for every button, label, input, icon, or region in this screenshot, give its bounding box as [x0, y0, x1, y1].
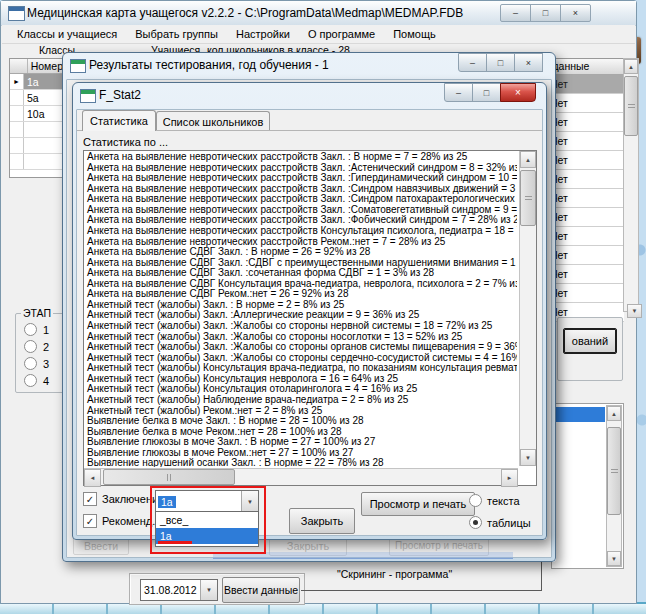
class-row[interactable]: 10а [10, 106, 66, 122]
stat-line: Анкета на выявление невротических расстр… [85, 215, 517, 226]
menu-item[interactable]: О программе [299, 26, 384, 42]
form-icon [70, 59, 86, 73]
stat-line: Анкета на выявление невротических расстр… [85, 152, 517, 163]
row-marker-icon: ► [10, 74, 24, 89]
menu-item[interactable]: Классы и учащиеся [8, 26, 126, 42]
scroll-up-icon[interactable]: ▲ [520, 151, 536, 168]
right-listbox[interactable]: ▲ ▼ [551, 403, 624, 569]
stat-line: Анкетный тест (жалобы) Закл. :Жалобы со … [85, 321, 517, 332]
maximize-icon[interactable]: □ [486, 53, 515, 72]
stat-line: Анкета на выявление СДВГ Консультация вр… [85, 279, 517, 290]
right-listbox-selected-item[interactable] [554, 407, 605, 422]
class-row[interactable] [10, 138, 66, 154]
stat-line: Выявление глюкозы в моче Реком.:нет = 27… [85, 448, 517, 459]
stat-line: Анкета на выявление невротических расстр… [85, 194, 517, 205]
screen: Медицинская карта учащегося v2.2.2 - C:\… [0, 0, 646, 614]
radio-icon[interactable] [469, 494, 482, 507]
close-icon[interactable]: × [514, 53, 543, 72]
row-marker-empty [10, 138, 24, 153]
faint-link-text [213, 552, 513, 559]
class-row[interactable]: ►1а [10, 74, 66, 90]
stat-line: Анкета на выявление СДВГ Закл. :сочетанн… [85, 268, 517, 279]
stat-scrollbar-thumb-v[interactable] [520, 170, 536, 226]
date-value: 31.08.2012 [141, 584, 197, 596]
class-combobox-dropdown[interactable]: _все_1а [155, 511, 259, 547]
class-row[interactable]: 5а [10, 90, 66, 106]
class-combobox[interactable]: 1а ▼ [155, 490, 259, 513]
data-grid-scrollbar-thumb[interactable] [624, 76, 638, 136]
right-listbox-scrollbar-thumb[interactable] [607, 427, 621, 515]
results-window-title: Результаты тестирования, год обучения - … [89, 58, 329, 72]
class-row-label: 5а [24, 92, 66, 104]
dropdown-option[interactable]: _все_ [156, 512, 258, 528]
row-marker-empty [10, 90, 24, 105]
scroll-up-icon[interactable]: ▲ [624, 59, 638, 74]
radio-selected-icon[interactable] [469, 516, 482, 529]
class-row[interactable] [10, 154, 66, 170]
radio-table-option[interactable]: таблицы [469, 516, 531, 529]
tab-school-list[interactable]: Список школьников [156, 111, 270, 131]
radio-icon[interactable] [24, 374, 37, 387]
radio-icon[interactable] [24, 357, 37, 370]
scroll-down-icon[interactable]: ▼ [520, 449, 536, 466]
stat-close-button[interactable]: Закрыть [289, 508, 355, 534]
stat-line: Анкетный тест (жалобы) Закл. : В норме =… [85, 300, 517, 311]
maximize-icon[interactable]: □ [530, 4, 561, 22]
statistics-subtitle: Статистика по ... [83, 136, 168, 148]
maximize-icon[interactable]: □ [472, 83, 501, 102]
etap-radio-label: 2 [43, 341, 49, 353]
tab-statistics[interactable]: Статистика [82, 110, 156, 131]
stat-line: Анкетный тест (жалобы) Закл. :Жалобы со … [85, 353, 517, 364]
stat-line: Выявление белка в моче Закл. : В норме =… [85, 416, 517, 427]
row-marker-empty [10, 122, 24, 137]
row-marker-empty [10, 154, 24, 169]
menu-item[interactable]: Помощь [384, 26, 445, 42]
partial-examinations-button[interactable]: ований [563, 328, 617, 354]
chevron-down-icon[interactable]: ▼ [200, 580, 217, 600]
minimize-icon[interactable]: – [444, 83, 473, 102]
data-grid-scrollbar[interactable]: ▲ [623, 58, 639, 312]
radio-icon[interactable] [24, 323, 37, 336]
close-icon[interactable]: × [560, 4, 591, 22]
scroll-up-icon[interactable]: ▲ [607, 406, 621, 421]
chevron-down-icon[interactable]: ▼ [241, 491, 258, 512]
stat-line: Анкета на выявление невротических расстр… [85, 184, 517, 195]
conclusions-checkbox[interactable]: ✓ Заключения [83, 492, 164, 506]
dropdown-arrow-icon[interactable]: ▼ [627, 304, 642, 318]
close-icon[interactable]: × [500, 83, 536, 102]
radio-text-label: текста [487, 495, 520, 507]
menu-item[interactable]: Выбрать группы [126, 26, 227, 42]
checkbox-check-icon[interactable]: ✓ [83, 514, 97, 528]
statistics-listbox[interactable]: Анкета на выявление невротических расстр… [83, 150, 537, 486]
minimize-icon[interactable]: – [458, 53, 487, 72]
scroll-left-icon[interactable]: ◄ [84, 469, 101, 487]
main-titlebar[interactable]: Медицинская карта учащегося v2.2.2 - C:\… [1, 1, 636, 26]
date-combobox[interactable]: 31.08.2012 ▼ [140, 579, 218, 601]
minimize-icon[interactable]: – [500, 4, 531, 22]
scroll-right-icon[interactable]: ► [501, 469, 518, 487]
recommend-checkbox[interactable]: ✓ Рекоменд. [83, 514, 155, 528]
stat-line: Анкета на выявление СДВГ Реком.:нет = 26… [85, 289, 517, 300]
class-combobox-value: 1а [158, 496, 176, 508]
stat-line: Выявление нарушений осанки Закл. : В нор… [85, 458, 517, 467]
menu-item[interactable]: Настройки [227, 26, 299, 42]
stat-scrollbar-thumb-h[interactable] [103, 469, 235, 485]
stat-line: Выявление глюкозы в моче Закл. : В норме… [85, 437, 517, 448]
stat-line: Анкетный тест (жалобы) Закл. :Аллергичес… [85, 310, 517, 321]
radio-icon[interactable] [24, 340, 37, 353]
screening-program-label: "Скрининг - программа" [337, 568, 452, 580]
dropdown-option-label: _все_ [160, 514, 188, 526]
stat-print-button[interactable]: Просмотр и печать [361, 492, 475, 516]
red-underline-annotation [158, 541, 192, 544]
enter-data-button[interactable]: Ввести данные [222, 577, 300, 603]
scroll-down-icon[interactable]: ▼ [607, 551, 621, 566]
dropdown-option[interactable]: 1а [156, 528, 258, 544]
classes-grid[interactable]: Номер ►1а5а10а [9, 58, 67, 178]
recommend-label: Рекоменд. [102, 515, 155, 527]
class-row[interactable] [10, 122, 66, 138]
row-marker-empty [10, 106, 24, 121]
radio-text-option[interactable]: текста [469, 494, 520, 507]
stat-line: Анкетный тест (жалобы) Консультация отол… [85, 384, 517, 395]
stat-line: Анкетный тест (жалобы) Консультация невр… [85, 374, 517, 385]
checkbox-check-icon[interactable]: ✓ [83, 492, 97, 506]
